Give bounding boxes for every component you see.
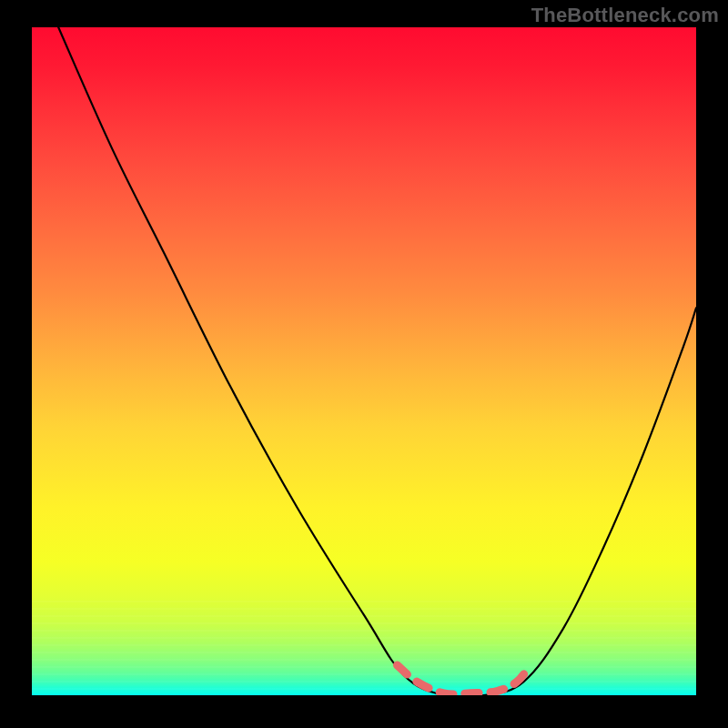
plot-area xyxy=(32,27,696,695)
chart-root: TheBottleneck.com xyxy=(0,0,728,728)
watermark-text: TheBottleneck.com xyxy=(531,4,719,27)
curve-svg xyxy=(32,27,696,695)
curve-layer xyxy=(32,27,696,695)
bottleneck-curve xyxy=(58,27,696,695)
